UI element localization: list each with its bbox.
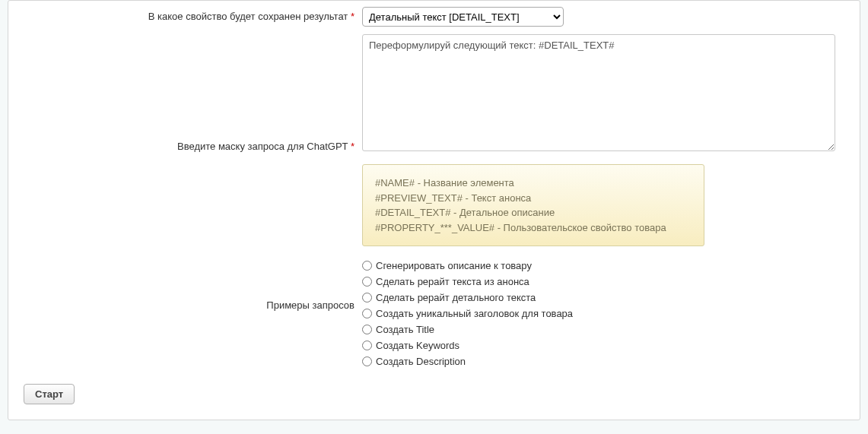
example-radio-2[interactable] [362,277,372,287]
hint-box: #NAME# - Название элемента #PREVIEW_TEXT… [362,164,704,246]
example-radio-label[interactable]: Сделать рерайт текста из анонса [376,274,529,289]
example-radio-6[interactable] [362,341,372,350]
hint-line: #PROPERTY_***_VALUE# - Пользовательское … [375,220,692,236]
hint-line: #NAME# - Название элемента [375,176,692,191]
hint-line: #DETAIL_TEXT# - Детальное описание [375,205,692,220]
example-radio-7[interactable] [362,356,372,366]
mask-label: Введите маску запроса для ChatGPT * [24,34,362,152]
example-radio-label[interactable]: Сгенерировать описание к товару [376,258,532,273]
example-radio-label[interactable]: Создать Keywords [376,338,459,353]
mask-textarea[interactable]: Переформулируй следующий текст: #DETAIL_… [362,34,835,151]
form-panel: В какое свойство будет сохранен результа… [8,0,860,420]
example-radio-5[interactable] [362,325,372,334]
property-label: В какое свойство будет сохранен результа… [24,7,362,22]
example-radio-label[interactable]: Создать Description [376,354,466,369]
example-radio-label[interactable]: Создать уникальный заголовок для товара [376,306,573,321]
example-radio-1[interactable] [362,261,372,271]
examples-radio-group: Сгенерировать описание к товару Сделать … [362,258,844,369]
example-radio-4[interactable] [362,309,372,318]
example-radio-label[interactable]: Сделать рерайт детального текста [376,290,536,305]
property-select[interactable]: Детальный текст [DETAIL_TEXT] [362,7,564,27]
example-radio-label[interactable]: Создать Title [376,322,434,337]
examples-label: Примеры запросов [24,254,362,311]
start-button[interactable]: Старт [24,384,75,404]
example-radio-3[interactable] [362,293,372,303]
hint-line: #PREVIEW_TEXT# - Текст анонса [375,191,692,206]
